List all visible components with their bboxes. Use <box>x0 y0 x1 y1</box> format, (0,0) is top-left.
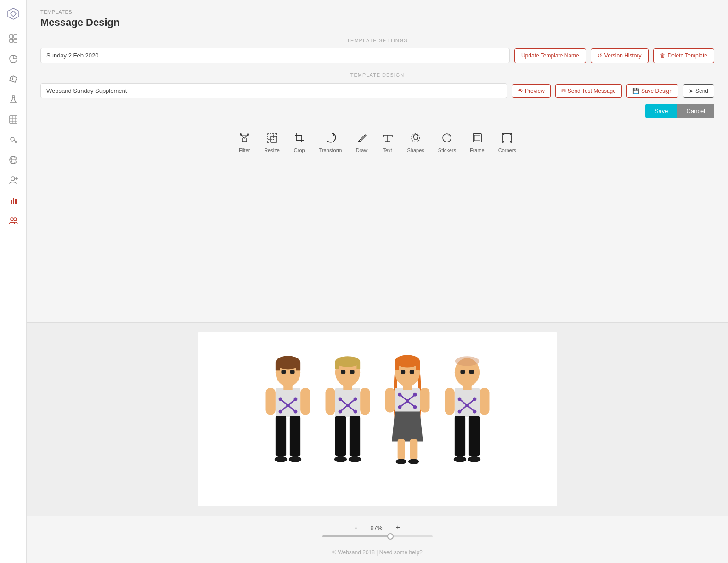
canvas[interactable] <box>198 332 557 506</box>
zoom-in-button[interactable]: + <box>393 523 402 533</box>
svg-point-91 <box>413 405 417 409</box>
transform-tool[interactable]: Transform <box>315 128 347 157</box>
sidebar-item-messages[interactable] <box>4 70 23 88</box>
zoom-slider-fill <box>322 535 391 537</box>
resize-tool[interactable]: Resize <box>260 128 284 157</box>
svg-point-100 <box>455 356 479 366</box>
svg-point-78 <box>334 456 346 462</box>
svg-point-25 <box>247 133 249 135</box>
corners-label: Corners <box>498 148 516 153</box>
send-button[interactable]: ➤ Send <box>683 84 714 98</box>
sidebar-item-team[interactable] <box>4 211 23 230</box>
zoom-out-button[interactable]: - <box>352 523 360 533</box>
svg-point-70 <box>346 404 350 407</box>
shapes-tool[interactable]: Shapes <box>403 128 429 157</box>
svg-point-90 <box>398 405 401 409</box>
draw-tool[interactable]: Draw <box>351 128 372 157</box>
sidebar-item-reports[interactable] <box>4 191 23 210</box>
eye-icon: 👁 <box>518 88 523 94</box>
sidebar <box>0 0 27 563</box>
svg-point-98 <box>408 459 418 464</box>
delete-template-button[interactable]: 🗑 Delete Template <box>653 48 715 63</box>
svg-rect-64 <box>356 362 360 369</box>
design-name-input[interactable] <box>40 83 507 98</box>
zoom-slider-thumb[interactable] <box>387 533 394 540</box>
sidebar-item-analytics[interactable] <box>4 50 23 68</box>
logo[interactable] <box>4 5 23 23</box>
sidebar-item-grid[interactable] <box>4 110 23 129</box>
character-4 <box>442 346 492 493</box>
svg-point-71 <box>338 410 342 414</box>
svg-point-108 <box>473 410 476 414</box>
send-test-button[interactable]: ✉ Send Test Message <box>555 84 622 98</box>
svg-rect-82 <box>395 361 399 370</box>
svg-rect-20 <box>13 198 14 204</box>
sidebar-item-key[interactable] <box>4 131 23 149</box>
frame-tool[interactable]: Frame <box>465 128 489 157</box>
frame-label: Frame <box>470 148 485 153</box>
svg-rect-7 <box>10 116 17 123</box>
svg-point-68 <box>338 397 342 401</box>
svg-rect-55 <box>300 388 310 415</box>
stickers-tool[interactable]: Stickers <box>434 128 461 157</box>
svg-point-79 <box>348 456 361 462</box>
update-template-name-label: Update Template Name <box>521 52 579 59</box>
svg-rect-56 <box>283 385 292 390</box>
delete-template-label: Delete Template <box>668 52 708 59</box>
send-label: Send <box>695 88 708 94</box>
svg-rect-96 <box>410 439 417 460</box>
update-template-name-button[interactable]: Update Template Name <box>514 48 586 63</box>
template-name-input[interactable] <box>40 48 510 63</box>
svg-rect-47 <box>290 370 294 374</box>
cancel-button[interactable]: Cancel <box>677 104 714 118</box>
svg-rect-54 <box>265 388 275 415</box>
filter-tool[interactable]: Filter <box>234 128 255 157</box>
save-button[interactable]: Save <box>645 104 677 118</box>
version-history-button[interactable]: ↺ Version History <box>591 48 649 63</box>
svg-point-40 <box>502 141 504 143</box>
draw-label: Draw <box>356 148 368 153</box>
svg-rect-102 <box>469 370 474 374</box>
svg-point-52 <box>278 410 282 414</box>
svg-rect-73 <box>325 388 335 415</box>
text-icon <box>382 132 394 146</box>
main-content: TEMPLATES Message Design TEMPLATE SETTIN… <box>27 0 728 563</box>
svg-point-41 <box>510 141 512 143</box>
character-1 <box>263 346 313 493</box>
shapes-icon <box>410 132 422 146</box>
svg-point-62 <box>335 356 360 367</box>
svg-rect-57 <box>275 416 286 456</box>
sidebar-item-dashboard[interactable] <box>4 29 23 48</box>
svg-rect-101 <box>460 370 465 374</box>
svg-point-69 <box>353 397 357 401</box>
svg-point-106 <box>465 404 469 407</box>
svg-point-22 <box>11 218 13 221</box>
svg-rect-85 <box>409 370 414 374</box>
zoom-slider-track[interactable] <box>322 535 433 537</box>
transform-icon <box>325 132 337 146</box>
text-tool[interactable]: Text <box>377 128 398 157</box>
page-title: Message Design <box>40 17 714 28</box>
svg-point-114 <box>453 456 466 462</box>
svg-point-87 <box>398 393 401 397</box>
preview-button[interactable]: 👁 Preview <box>512 84 551 98</box>
preview-label: Preview <box>525 88 545 94</box>
svg-rect-1 <box>14 35 17 38</box>
template-settings-row: Update Template Name ↺ Version History 🗑… <box>40 48 714 63</box>
svg-point-16 <box>11 177 15 181</box>
crop-tool[interactable]: Crop <box>289 128 310 157</box>
svg-rect-0 <box>10 35 13 38</box>
stickers-icon <box>441 132 453 146</box>
sidebar-item-experiments[interactable] <box>4 90 23 108</box>
sidebar-item-add-user[interactable] <box>4 171 23 189</box>
svg-point-51 <box>286 404 290 407</box>
envelope-icon: ✉ <box>561 88 566 94</box>
save-design-button[interactable]: 💾 Save Design <box>626 84 678 98</box>
svg-rect-111 <box>463 385 471 390</box>
crop-icon <box>293 132 305 146</box>
svg-point-12 <box>11 137 14 141</box>
corners-tool[interactable]: Corners <box>494 128 521 157</box>
sidebar-item-globe[interactable] <box>4 151 23 169</box>
svg-rect-65 <box>341 370 345 374</box>
zoom-controls: - 97% + <box>352 523 403 533</box>
